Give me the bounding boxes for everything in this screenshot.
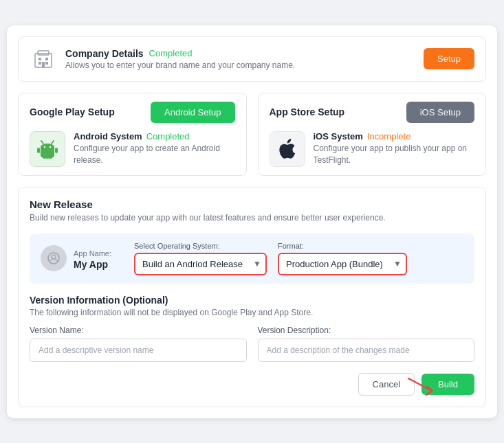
android-status: Completed	[146, 131, 190, 141]
os-select[interactable]: Build an Andriod Release	[134, 253, 267, 275]
setup-row: Google Play Setup Android Setup	[18, 93, 486, 176]
format-select-wrapper: Production App (Bundle) ▼	[278, 253, 407, 275]
company-info: Company Details Completed Allows you to …	[65, 48, 295, 70]
format-select-group: Format: Production App (Bundle) ▼	[278, 242, 407, 275]
ios-platform-name: iOS System Incomplete	[314, 131, 467, 141]
version-info-subtitle: The following information will not be di…	[30, 308, 474, 317]
company-description: Allows you to enter your brand name and …	[65, 60, 295, 70]
ios-desc-line2: TestFlight.	[314, 155, 467, 165]
svg-line-11	[52, 141, 54, 144]
main-container: Company Details Completed Allows you to …	[7, 25, 497, 418]
svg-point-13	[50, 146, 51, 147]
new-release-subtitle: Build new releases to update your app wi…	[30, 213, 474, 223]
company-status: Completed	[149, 48, 193, 58]
app-name-label: App Name:	[74, 249, 111, 258]
android-desc-line2: release.	[74, 155, 220, 165]
app-name-text: App Name: My App	[74, 247, 111, 270]
svg-rect-3	[45, 58, 48, 60]
android-icon	[30, 131, 65, 167]
version-desc-input[interactable]	[258, 339, 475, 362]
arrow-indicator	[406, 376, 439, 399]
android-platform-info: Android System Completed Configure your …	[74, 131, 220, 165]
google-play-header: Google Play Setup Android Setup	[30, 102, 235, 123]
app-store-card: App Store Setup iOS Setup iOS System Inc…	[258, 93, 487, 176]
version-section: Version Information (Optional) The follo…	[30, 295, 474, 362]
app-name-box: App Name: My App	[41, 245, 123, 271]
version-info-title: Version Information (Optional)	[30, 295, 474, 306]
os-label: Select Operating System:	[134, 242, 267, 250]
os-select-wrapper: Build an Andriod Release ▼	[134, 253, 267, 275]
google-play-title: Google Play Setup	[30, 106, 115, 117]
actions-row: Cancel Build	[30, 373, 474, 396]
company-setup-button[interactable]: Setup	[424, 48, 474, 69]
svg-rect-14	[37, 148, 40, 153]
svg-rect-1	[38, 51, 49, 55]
svg-point-9	[41, 144, 54, 150]
google-play-card: Google Play Setup Android Setup	[18, 93, 247, 176]
ios-status: Incomplete	[367, 131, 411, 141]
app-icon-placeholder	[41, 245, 67, 271]
new-release-title: New Release	[30, 198, 474, 210]
ios-platform-info: iOS System Incomplete Configure your app…	[314, 131, 467, 165]
svg-rect-5	[39, 62, 41, 65]
version-name-label: Version Name:	[30, 326, 247, 335]
app-name-value: My App	[74, 259, 111, 270]
ios-setup-button[interactable]: iOS Setup	[406, 102, 474, 123]
ios-icon	[270, 131, 305, 167]
svg-rect-6	[45, 62, 48, 65]
company-title: Company Details Completed	[65, 48, 295, 59]
android-desc-line1: Configure your app to create an Android	[74, 144, 220, 153]
svg-rect-17	[50, 155, 52, 159]
version-desc-group: Version Description:	[258, 326, 475, 362]
build-row: App Name: My App Select Operating System…	[30, 234, 474, 284]
svg-rect-15	[55, 148, 58, 153]
svg-line-10	[41, 141, 43, 144]
format-label: Format:	[278, 242, 407, 250]
company-building-icon	[30, 45, 57, 73]
svg-point-19	[52, 255, 56, 259]
version-name-group: Version Name:	[30, 326, 247, 362]
app-store-body: iOS System Incomplete Configure your app…	[270, 131, 475, 167]
new-release-section: New Release Build new releases to update…	[18, 187, 486, 407]
android-platform-name: Android System Completed	[74, 131, 220, 141]
svg-rect-4	[42, 62, 45, 67]
svg-rect-2	[39, 58, 41, 60]
google-play-body: Android System Completed Configure your …	[30, 131, 235, 167]
app-store-header: App Store Setup iOS Setup	[270, 102, 475, 123]
svg-point-12	[44, 146, 45, 147]
company-card-left: Company Details Completed Allows you to …	[30, 45, 295, 73]
android-setup-button[interactable]: Android Setup	[151, 102, 234, 123]
company-card: Company Details Completed Allows you to …	[18, 36, 486, 82]
ios-desc-line1: Configure your app to publish your app o…	[314, 144, 467, 153]
app-store-title: App Store Setup	[270, 106, 345, 117]
version-desc-label: Version Description:	[258, 326, 475, 335]
os-select-group: Select Operating System: Build an Andrio…	[134, 242, 267, 275]
svg-rect-16	[43, 155, 45, 159]
format-select[interactable]: Production App (Bundle)	[278, 253, 407, 275]
version-fields: Version Name: Version Description:	[30, 326, 474, 362]
version-name-input[interactable]	[30, 339, 247, 362]
